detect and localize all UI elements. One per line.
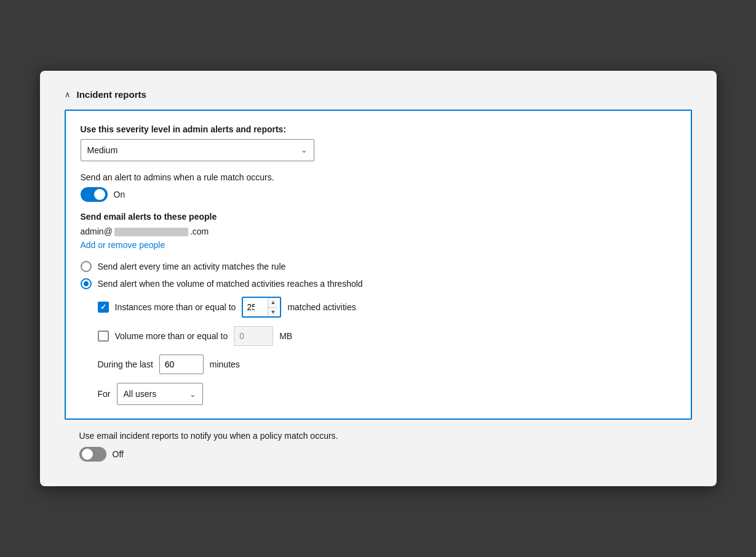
toggle-knob — [94, 189, 105, 200]
volume-label: Volume more than or equal to — [115, 331, 228, 341]
for-select-box[interactable]: All users ⌄ All users Specific users — [117, 383, 203, 405]
instances-spin: ▲ ▼ — [268, 298, 277, 316]
radio-option1[interactable] — [81, 261, 92, 272]
instances-spin-down[interactable]: ▼ — [268, 308, 277, 317]
severity-section: Use this severity level in admin alerts … — [81, 124, 676, 161]
volume-unit: MB — [279, 331, 292, 341]
minutes-unit: minutes — [210, 359, 240, 369]
minutes-input[interactable] — [165, 359, 198, 369]
severity-select-box[interactable]: Medium ⌄ Low Medium High — [81, 139, 314, 161]
section-header: ∧ Incident reports — [65, 89, 692, 100]
for-row: For All users ⌄ All users Specific users — [98, 383, 676, 405]
instances-label: Instances more than or equal to — [115, 302, 236, 312]
chevron-up-icon: ∧ — [65, 90, 71, 99]
radio-option2-inner — [84, 281, 89, 286]
instances-checkbox[interactable]: ✓ — [98, 302, 109, 313]
volume-input-box[interactable] — [234, 326, 273, 346]
radio-option2[interactable] — [81, 278, 92, 289]
threshold-options: ✓ Instances more than or equal to ▲ ▼ ma… — [98, 297, 676, 405]
email-prefix: admin@ — [81, 226, 113, 236]
add-remove-people-link[interactable]: Add or remove people — [81, 240, 165, 250]
section-title: Incident reports — [77, 89, 146, 100]
email-value-row: admin@ .com — [81, 226, 676, 236]
email-alerts-label: Send email alerts to these people — [81, 212, 676, 222]
instances-input-box[interactable]: ▲ ▼ — [242, 297, 281, 318]
instances-spin-up[interactable]: ▲ — [268, 298, 277, 307]
bottom-toggle-row: Off — [79, 447, 677, 462]
severity-label: Use this severity level in admin alerts … — [81, 124, 676, 134]
for-label: For — [98, 389, 111, 399]
email-suffix: .com — [190, 226, 209, 236]
radio-option1-row[interactable]: Send alert every time an activity matche… — [81, 261, 676, 272]
alert-admin-section: Send an alert to admins when a rule matc… — [81, 172, 676, 202]
volume-row: Volume more than or equal to MB — [98, 326, 676, 346]
volume-input[interactable] — [239, 331, 268, 341]
email-redacted — [114, 228, 188, 236]
radio-option2-label: Send alert when the volume of matched ac… — [98, 279, 363, 289]
radio-option1-label: Send alert every time an activity matche… — [98, 262, 286, 271]
bottom-toggle-label: Off — [113, 449, 124, 459]
during-label: During the last — [98, 359, 153, 369]
alert-admin-toggle-label: On — [114, 190, 125, 199]
bottom-section: Use email incident reports to notify you… — [65, 420, 692, 468]
matched-label: matched activities — [287, 302, 356, 312]
email-alerts-section: Send email alerts to these people admin@… — [81, 212, 676, 250]
minutes-input-box[interactable] — [159, 355, 204, 374]
incident-reports-box: Use this severity level in admin alerts … — [65, 110, 692, 420]
instances-row: ✓ Instances more than or equal to ▲ ▼ ma… — [98, 297, 676, 318]
during-row: During the last minutes — [98, 355, 676, 374]
outer-card: ∧ Incident reports Use this severity lev… — [40, 71, 717, 486]
bottom-toggle-knob — [82, 449, 93, 460]
bottom-label: Use email incident reports to notify you… — [79, 431, 677, 441]
radio-option2-row[interactable]: Send alert when the volume of matched ac… — [81, 278, 676, 289]
alert-admin-label: Send an alert to admins when a rule matc… — [81, 172, 676, 182]
volume-checkbox[interactable] — [98, 331, 109, 342]
alert-admin-toggle-row: On — [81, 187, 676, 202]
alert-admin-toggle[interactable] — [81, 187, 108, 202]
checkmark-icon: ✓ — [100, 303, 106, 311]
bottom-toggle[interactable] — [79, 447, 106, 462]
instances-input[interactable] — [243, 298, 268, 316]
